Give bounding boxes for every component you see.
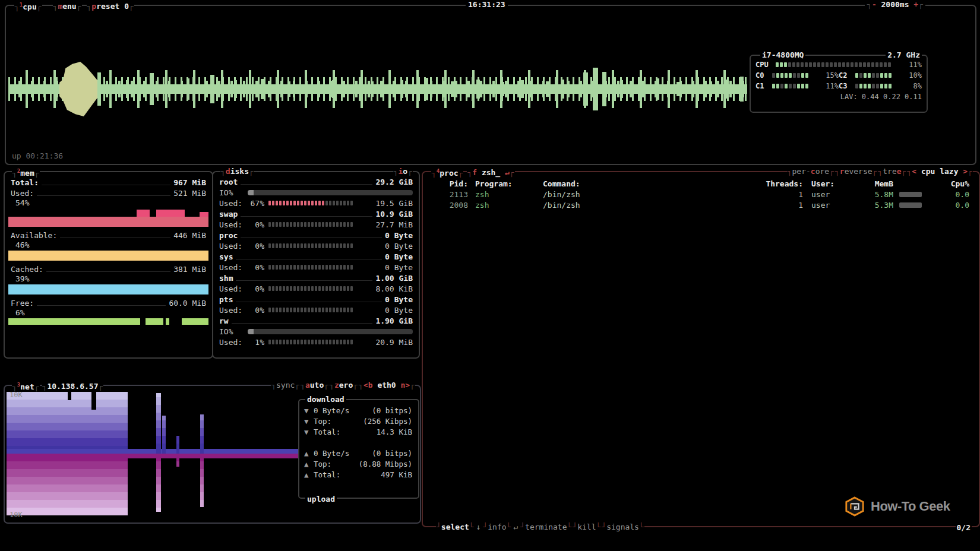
- tree-toggle[interactable]: ┐tree┌: [877, 166, 906, 176]
- terminate-action[interactable]: ┘terminate└: [520, 522, 572, 532]
- signals-action[interactable]: ┘signals└: [601, 522, 644, 532]
- meter-block: [793, 73, 796, 78]
- filter-input[interactable]: ┐f zsh_ ↵┌: [467, 167, 514, 178]
- download-speed-row: ▼0 Byte/s(0 bitps): [304, 405, 412, 416]
- meter-block: [859, 62, 862, 67]
- meter-block: [343, 286, 346, 291]
- mem-available-label: Available:: [11, 231, 57, 240]
- info-action[interactable]: ┘info└: [482, 522, 511, 532]
- per-core-toggle[interactable]: ┐per-core┌: [787, 166, 834, 176]
- process-cpu: 0.0: [924, 190, 969, 199]
- interval-increase-button[interactable]: +: [913, 0, 918, 9]
- net-graph: 10K 10K download upload ▼0 Byte/s(0 bitp…: [7, 390, 418, 520]
- header-user[interactable]: User:: [803, 179, 858, 188]
- interface-selector[interactable]: ┐<b eth0 n>┌: [358, 380, 415, 390]
- meter-block: [286, 340, 289, 344]
- cpu-frequency: 2.7 GHz: [886, 50, 922, 59]
- meter-block: [880, 73, 883, 78]
- tab-net[interactable]: ┐3net┌: [12, 380, 40, 392]
- meter-block: [785, 73, 788, 78]
- meter-block: [276, 265, 278, 270]
- header-cpu[interactable]: Cpu%: [924, 179, 969, 188]
- corner-icon: ┌: [968, 167, 972, 176]
- meter-block: [304, 201, 306, 205]
- core-meter: [772, 73, 817, 78]
- header-pid[interactable]: Pid:: [431, 179, 468, 188]
- up-arrow-icon: ▲: [304, 470, 314, 479]
- menu-button[interactable]: ┐menu┌: [53, 1, 82, 11]
- net-sync-toggle[interactable]: ┐sync┌: [271, 380, 300, 390]
- disks-box: ┐disks┌ ┐io┌ root29.2 GiBIO%Used:67%19.5…: [212, 171, 420, 359]
- corner-icon: ┌: [353, 381, 358, 390]
- meter-block: [876, 73, 879, 78]
- interval-decrease-button[interactable]: -: [872, 0, 877, 9]
- meter-block: [315, 222, 317, 227]
- disk-size: 0 Byte: [385, 252, 413, 261]
- upload-title: upload: [305, 495, 337, 504]
- graph-spike: [676, 82, 679, 96]
- process-cpu: 0.0: [924, 201, 969, 210]
- meter-block: [322, 265, 324, 270]
- corner-icon: └: [596, 522, 601, 531]
- tab-proc[interactable]: ┐4proc┌: [431, 166, 463, 178]
- meter-block: [318, 308, 321, 312]
- corner-icon: ┐: [432, 169, 437, 178]
- meter-block: [315, 265, 317, 270]
- net-zero-toggle[interactable]: ┐zero┌: [329, 380, 358, 390]
- mem-used-percent: 54%: [8, 198, 208, 208]
- disk-title-row: proc0 Byte: [219, 230, 413, 240]
- header-program[interactable]: Program:: [468, 179, 540, 188]
- process-rows: 2113zsh/bin/zsh1user5.8M0.02008zsh/bin/z…: [423, 189, 979, 210]
- leader-line: [241, 179, 372, 185]
- meter-block: [311, 201, 314, 205]
- tab-mem[interactable]: ┐2mem┌: [12, 166, 40, 178]
- sort-prev-icon[interactable]: <: [912, 167, 916, 176]
- reverse-toggle[interactable]: ┐reverse┌: [834, 166, 877, 176]
- graph-spike: [150, 73, 154, 105]
- disk-io-row: IO%: [219, 187, 413, 198]
- graph-spike: [583, 72, 588, 106]
- meter-block: [863, 62, 866, 67]
- sort-selector[interactable]: ┐< cpu lazy >┌: [906, 166, 973, 176]
- select-action[interactable]: ┘select└: [436, 522, 475, 532]
- preset-button[interactable]: ┐preset 0┌: [87, 1, 134, 11]
- disk-used-row: Used:1%20.9 MiB: [219, 337, 413, 347]
- meter-block: [315, 340, 317, 344]
- disk-used-percent: 0%: [245, 242, 264, 251]
- core-percent: 11%: [817, 82, 839, 90]
- header-command[interactable]: Command:: [540, 179, 748, 188]
- meter-block: [283, 201, 285, 205]
- tab-disks[interactable]: ┐disks┌: [220, 166, 254, 176]
- net-auto-toggle[interactable]: ┐auto┌: [300, 380, 329, 390]
- upload-graph-block: [7, 454, 128, 515]
- header-memb[interactable]: MemB: [858, 179, 893, 188]
- meter-block: [872, 84, 875, 88]
- graph-spike: [602, 72, 606, 106]
- process-row[interactable]: 2008zsh/bin/zsh1user5.3M0.0: [423, 200, 979, 210]
- disk-used-meter: [268, 265, 354, 270]
- disk-size: 0 Byte: [385, 295, 413, 304]
- meter-block: [301, 340, 303, 344]
- sort-next-icon[interactable]: >: [963, 167, 968, 176]
- core-meter: [772, 84, 817, 88]
- graph-spike: [156, 393, 161, 454]
- cpu-total-meter: [776, 62, 900, 67]
- meter-block: [343, 308, 346, 312]
- io-mode-toggle[interactable]: ┐io┌: [393, 166, 413, 176]
- meter-block: [315, 243, 317, 248]
- meter-block: [876, 84, 879, 88]
- reverse-label: everse: [845, 167, 872, 176]
- disk-used-percent: 0%: [245, 284, 264, 293]
- tab-cpu[interactable]: ┐1cpu┌: [14, 0, 42, 12]
- meter-block: [343, 222, 346, 227]
- iface-next-icon[interactable]: n>: [401, 381, 410, 390]
- upload-total-row: ▲Total:497 KiB: [304, 469, 412, 480]
- meter-block: [340, 340, 342, 344]
- kill-action[interactable]: ┘kill└: [572, 522, 601, 532]
- header-threads[interactable]: Threads:: [748, 179, 803, 188]
- iface-prev-icon[interactable]: <b: [363, 381, 373, 390]
- process-row[interactable]: 2113zsh/bin/zsh1user5.8M0.0: [423, 189, 979, 200]
- io-label: o: [403, 167, 407, 176]
- disk-used-row: Used:0%0 Byte: [219, 240, 413, 251]
- tree-hotkey: e: [897, 167, 902, 176]
